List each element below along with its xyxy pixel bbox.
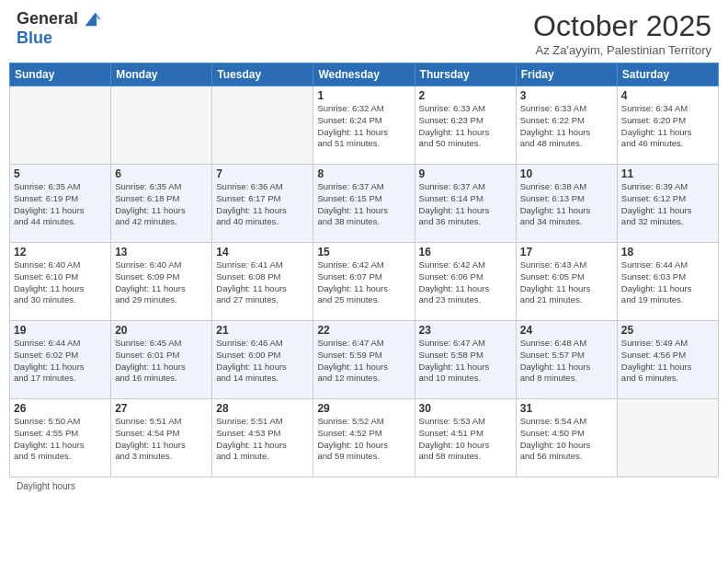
day-number: 29 xyxy=(317,402,410,415)
day-number: 18 xyxy=(621,246,714,259)
header-thursday: Thursday xyxy=(415,63,516,86)
day-number: 2 xyxy=(419,89,512,102)
calendar-week-row: 12Sunrise: 6:40 AMSunset: 6:10 PMDayligh… xyxy=(10,243,719,321)
table-row: 25Sunrise: 5:49 AMSunset: 4:56 PMDayligh… xyxy=(617,321,718,399)
table-row: 6Sunrise: 6:35 AMSunset: 6:18 PMDaylight… xyxy=(111,165,212,243)
table-row: 8Sunrise: 6:37 AMSunset: 6:15 PMDaylight… xyxy=(313,165,415,243)
table-row: 27Sunrise: 5:51 AMSunset: 4:54 PMDayligh… xyxy=(111,399,212,477)
day-info: Sunrise: 6:43 AMSunset: 6:05 PMDaylight:… xyxy=(520,259,613,306)
day-info: Sunrise: 6:47 AMSunset: 5:58 PMDaylight:… xyxy=(419,338,512,385)
table-row: 7Sunrise: 6:36 AMSunset: 6:17 PMDaylight… xyxy=(212,165,313,243)
table-row: 20Sunrise: 6:45 AMSunset: 6:01 PMDayligh… xyxy=(111,321,212,399)
day-number: 12 xyxy=(14,246,107,259)
table-row xyxy=(617,399,718,477)
month-title: October 2025 xyxy=(533,9,711,43)
day-info: Sunrise: 6:37 AMSunset: 6:14 PMDaylight:… xyxy=(419,181,512,228)
header-monday: Monday xyxy=(111,63,212,86)
table-row: 28Sunrise: 5:51 AMSunset: 4:53 PMDayligh… xyxy=(212,399,313,477)
day-info: Sunrise: 5:52 AMSunset: 4:52 PMDaylight:… xyxy=(317,416,410,463)
header-friday: Friday xyxy=(516,63,617,86)
table-row: 14Sunrise: 6:41 AMSunset: 6:08 PMDayligh… xyxy=(212,243,313,321)
day-number: 4 xyxy=(621,89,714,102)
daylight-label: Daylight hours xyxy=(17,481,75,491)
day-info: Sunrise: 6:34 AMSunset: 6:20 PMDaylight:… xyxy=(621,103,714,150)
table-row: 26Sunrise: 5:50 AMSunset: 4:55 PMDayligh… xyxy=(10,399,111,477)
day-number: 16 xyxy=(419,246,512,259)
header-saturday: Saturday xyxy=(617,63,718,86)
logo-icon xyxy=(82,9,102,29)
day-info: Sunrise: 6:35 AMSunset: 6:19 PMDaylight:… xyxy=(14,181,107,228)
table-row: 12Sunrise: 6:40 AMSunset: 6:10 PMDayligh… xyxy=(10,243,111,321)
calendar-week-row: 1Sunrise: 6:32 AMSunset: 6:24 PMDaylight… xyxy=(10,86,719,165)
table-row: 1Sunrise: 6:32 AMSunset: 6:24 PMDaylight… xyxy=(313,86,415,165)
subtitle: Az Za'ayyim, Palestinian Territory xyxy=(533,43,711,57)
day-number: 5 xyxy=(14,167,107,180)
calendar-week-row: 26Sunrise: 5:50 AMSunset: 4:55 PMDayligh… xyxy=(10,399,719,477)
day-number: 15 xyxy=(317,246,410,259)
day-number: 19 xyxy=(14,324,107,337)
header: General Blue October 2025 Az Za'ayyim, P… xyxy=(0,0,728,63)
logo-general: General xyxy=(17,10,78,29)
day-info: Sunrise: 6:33 AMSunset: 6:23 PMDaylight:… xyxy=(419,103,512,150)
day-info: Sunrise: 5:49 AMSunset: 4:56 PMDaylight:… xyxy=(621,338,714,385)
day-info: Sunrise: 6:36 AMSunset: 6:17 PMDaylight:… xyxy=(216,181,309,228)
day-number: 6 xyxy=(115,167,208,180)
day-info: Sunrise: 6:38 AMSunset: 6:13 PMDaylight:… xyxy=(520,181,613,228)
day-info: Sunrise: 6:39 AMSunset: 6:12 PMDaylight:… xyxy=(621,181,714,228)
day-number: 7 xyxy=(216,167,309,180)
table-row: 13Sunrise: 6:40 AMSunset: 6:09 PMDayligh… xyxy=(111,243,212,321)
day-number: 14 xyxy=(216,246,309,259)
table-row: 2Sunrise: 6:33 AMSunset: 6:23 PMDaylight… xyxy=(415,86,516,165)
day-info: Sunrise: 6:45 AMSunset: 6:01 PMDaylight:… xyxy=(115,338,208,385)
day-number: 21 xyxy=(216,324,309,337)
table-row: 23Sunrise: 6:47 AMSunset: 5:58 PMDayligh… xyxy=(415,321,516,399)
table-row: 17Sunrise: 6:43 AMSunset: 6:05 PMDayligh… xyxy=(516,243,617,321)
header-tuesday: Tuesday xyxy=(212,63,313,86)
calendar-table: Sunday Monday Tuesday Wednesday Thursday… xyxy=(9,63,719,477)
table-row: 30Sunrise: 5:53 AMSunset: 4:51 PMDayligh… xyxy=(415,399,516,477)
table-row: 21Sunrise: 6:46 AMSunset: 6:00 PMDayligh… xyxy=(212,321,313,399)
table-row: 11Sunrise: 6:39 AMSunset: 6:12 PMDayligh… xyxy=(617,165,718,243)
table-row: 16Sunrise: 6:42 AMSunset: 6:06 PMDayligh… xyxy=(415,243,516,321)
table-row: 31Sunrise: 5:54 AMSunset: 4:50 PMDayligh… xyxy=(516,399,617,477)
day-info: Sunrise: 5:54 AMSunset: 4:50 PMDaylight:… xyxy=(520,416,613,463)
day-info: Sunrise: 6:33 AMSunset: 6:22 PMDaylight:… xyxy=(520,103,613,150)
calendar-week-row: 5Sunrise: 6:35 AMSunset: 6:19 PMDaylight… xyxy=(10,165,719,243)
day-number: 25 xyxy=(621,324,714,337)
logo: General Blue xyxy=(17,9,102,48)
calendar-wrapper: Sunday Monday Tuesday Wednesday Thursday… xyxy=(0,63,728,477)
day-number: 8 xyxy=(317,167,410,180)
day-info: Sunrise: 6:41 AMSunset: 6:08 PMDaylight:… xyxy=(216,259,309,306)
day-number: 9 xyxy=(419,167,512,180)
day-info: Sunrise: 6:48 AMSunset: 5:57 PMDaylight:… xyxy=(520,338,613,385)
table-row: 15Sunrise: 6:42 AMSunset: 6:07 PMDayligh… xyxy=(313,243,415,321)
calendar-header-row: Sunday Monday Tuesday Wednesday Thursday… xyxy=(10,63,719,86)
table-row xyxy=(10,86,111,165)
title-area: October 2025 Az Za'ayyim, Palestinian Te… xyxy=(533,9,711,57)
footer: Daylight hours xyxy=(0,477,728,495)
day-info: Sunrise: 6:35 AMSunset: 6:18 PMDaylight:… xyxy=(115,181,208,228)
table-row xyxy=(212,86,313,165)
day-info: Sunrise: 6:40 AMSunset: 6:10 PMDaylight:… xyxy=(14,259,107,306)
day-info: Sunrise: 6:46 AMSunset: 6:00 PMDaylight:… xyxy=(216,338,309,385)
day-number: 13 xyxy=(115,246,208,259)
day-number: 17 xyxy=(520,246,613,259)
table-row: 3Sunrise: 6:33 AMSunset: 6:22 PMDaylight… xyxy=(516,86,617,165)
day-info: Sunrise: 6:42 AMSunset: 6:06 PMDaylight:… xyxy=(419,259,512,306)
day-number: 3 xyxy=(520,89,613,102)
table-row: 5Sunrise: 6:35 AMSunset: 6:19 PMDaylight… xyxy=(10,165,111,243)
day-info: Sunrise: 6:42 AMSunset: 6:07 PMDaylight:… xyxy=(317,259,410,306)
day-number: 30 xyxy=(419,402,512,415)
day-number: 27 xyxy=(115,402,208,415)
header-wednesday: Wednesday xyxy=(313,63,415,86)
table-row: 22Sunrise: 6:47 AMSunset: 5:59 PMDayligh… xyxy=(313,321,415,399)
day-number: 11 xyxy=(621,167,714,180)
day-number: 24 xyxy=(520,324,613,337)
table-row: 10Sunrise: 6:38 AMSunset: 6:13 PMDayligh… xyxy=(516,165,617,243)
day-number: 28 xyxy=(216,402,309,415)
day-number: 26 xyxy=(14,402,107,415)
day-number: 1 xyxy=(317,89,410,102)
day-info: Sunrise: 5:53 AMSunset: 4:51 PMDaylight:… xyxy=(419,416,512,463)
day-number: 20 xyxy=(115,324,208,337)
table-row: 24Sunrise: 6:48 AMSunset: 5:57 PMDayligh… xyxy=(516,321,617,399)
